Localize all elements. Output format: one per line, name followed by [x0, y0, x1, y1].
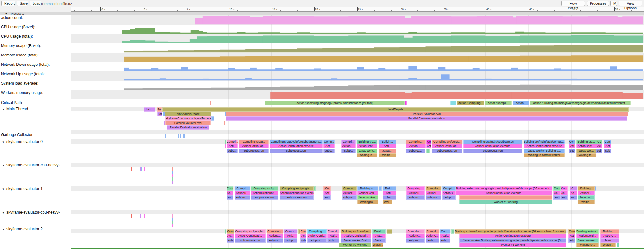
- slice[interactable]: Waitin...: [379, 153, 397, 157]
- slice[interactable]: action 'Building src/main/java/com/googl…: [530, 101, 631, 105]
- slice[interactable]: Compiling src/google...: [280, 186, 314, 191]
- slice[interactable]: ActionC...: [426, 234, 439, 238]
- slice[interactable]: subp...: [227, 149, 238, 153]
- slice[interactable]: sub: [604, 149, 611, 153]
- slice[interactable]: action...: [513, 101, 529, 105]
- slice[interactable]: Parallel Evaluator evaluation: [226, 116, 627, 121]
- slice[interactable]: [225, 140, 226, 144]
- slice[interactable]: Building src...: [576, 140, 596, 144]
- slice[interactable]: skyframeExecutor.configureTargets: [165, 116, 211, 121]
- slice[interactable]: subp...: [284, 238, 297, 243]
- slice[interactable]: [617, 243, 619, 247]
- slice[interactable]: Ac...: [561, 191, 568, 195]
- slice[interactable]: ActionC...: [342, 191, 357, 195]
- slice[interactable]: Com: [227, 229, 234, 234]
- slice[interactable]: ActionContinuati...: [239, 144, 269, 148]
- slice[interactable]: Com: [227, 186, 233, 191]
- slice[interactable]: Javac worker Building s...: [524, 149, 565, 153]
- slice[interactable]: Waiting to borrow worker: [524, 153, 565, 157]
- slice[interactable]: subprocess.run: [270, 149, 323, 153]
- slice[interactable]: Acti...: [227, 144, 238, 148]
- slice[interactable]: Waiting to...: [576, 153, 596, 157]
- slice[interactable]: subproc...: [235, 195, 250, 200]
- slice[interactable]: ParallelEvaluator.eval: [226, 112, 628, 116]
- processes-button[interactable]: Processes: [587, 1, 609, 6]
- slice[interactable]: subproc...: [406, 238, 425, 243]
- slice[interactable]: Compilin...: [426, 186, 441, 191]
- event-tick[interactable]: [165, 134, 166, 138]
- slice[interactable]: ActionC...: [442, 191, 456, 195]
- slice[interactable]: ActionConti...: [576, 144, 596, 148]
- slice[interactable]: ActionContinuation.execute: [463, 144, 523, 148]
- slice[interactable]: Act: [300, 234, 306, 238]
- slice[interactable]: runAnalysisPhase: [165, 112, 211, 116]
- slice[interactable]: Compiling src/google...: [235, 229, 266, 234]
- save-button[interactable]: Save: [17, 1, 28, 6]
- slice[interactable]: Worker #7 working: [339, 243, 371, 247]
- slice[interactable]: Com: [569, 140, 575, 144]
- slice[interactable]: Javac ...: [600, 238, 619, 243]
- slice[interactable]: Act: [596, 144, 602, 148]
- slice[interactable]: [426, 149, 430, 153]
- slice[interactable]: Building external/com_google_protobuf/ja…: [456, 186, 552, 191]
- slice[interactable]: [209, 101, 210, 105]
- slice[interactable]: Compilin...: [406, 140, 426, 144]
- slice[interactable]: Compiling src/google/protobuf/genera...: [270, 140, 323, 144]
- slice[interactable]: ActionConti...: [357, 144, 377, 148]
- slice[interactable]: Waiting to...: [576, 243, 599, 247]
- view-options-button[interactable]: View Options: [619, 1, 642, 6]
- slice[interactable]: Ac...: [570, 191, 577, 195]
- slice[interactable]: [459, 195, 552, 200]
- slice[interactable]: ActionConti...: [357, 191, 378, 195]
- slice[interactable]: Compili...: [342, 186, 357, 191]
- slice[interactable]: Compiling src/core/...: [432, 140, 462, 144]
- slice[interactable]: Javac worker...: [576, 238, 599, 243]
- slice[interactable]: Act: [569, 144, 575, 148]
- event-bar-segment[interactable]: [172, 181, 173, 184]
- slice[interactable]: subprocess.run: [239, 149, 269, 153]
- slice[interactable]: Building ...: [600, 229, 619, 234]
- slice[interactable]: ActionConti...: [576, 234, 599, 238]
- slice[interactable]: Com: [553, 186, 560, 191]
- slice[interactable]: subproc...: [307, 238, 327, 243]
- slice[interactable]: Compiling src/g...: [239, 140, 269, 144]
- slice[interactable]: Comp...: [323, 140, 335, 144]
- event-tick[interactable]: [144, 214, 145, 218]
- slice[interactable]: buildTargets: [162, 107, 629, 112]
- slice[interactable]: Com: [300, 229, 306, 234]
- slice[interactable]: Par: [157, 107, 161, 112]
- slice[interactable]: subp...: [323, 149, 335, 153]
- slice[interactable]: Ac...: [227, 234, 234, 238]
- slice[interactable]: Par: [157, 112, 162, 116]
- slice[interactable]: Building s...: [357, 186, 378, 191]
- slice[interactable]: [387, 229, 392, 234]
- metadata-button[interactable]: M: [610, 1, 617, 6]
- slice[interactable]: Building...: [578, 186, 595, 191]
- slice[interactable]: Act: [426, 144, 431, 148]
- slice[interactable]: Buildin...: [379, 140, 397, 144]
- slice[interactable]: ActionContinuati...: [251, 191, 278, 195]
- record-button[interactable]: Record: [1, 1, 15, 6]
- event-tick[interactable]: [184, 134, 185, 138]
- slice[interactable]: ActionContinuati...: [235, 234, 266, 238]
- slice[interactable]: ActionContinuation.execute: [280, 191, 314, 195]
- slice[interactable]: Waiting to...: [357, 153, 377, 157]
- slice[interactable]: Javac wo...: [578, 195, 595, 200]
- slice[interactable]: action 'Compiling src/google/protobuf/de…: [265, 101, 404, 105]
- event-tick[interactable]: [182, 134, 182, 138]
- slice[interactable]: subprocess.run: [235, 238, 266, 243]
- slice[interactable]: Java...: [372, 238, 386, 243]
- slice[interactable]: ActionContinuati...: [341, 234, 371, 238]
- slice[interactable]: Acti...: [284, 234, 297, 238]
- slice[interactable]: ActionC...: [406, 144, 426, 148]
- slice[interactable]: subp...: [341, 149, 356, 153]
- event-bar-segment[interactable]: [172, 221, 173, 224]
- slice[interactable]: Act: [568, 234, 576, 238]
- slice[interactable]: subp...: [426, 238, 439, 243]
- slice[interactable]: sub: [568, 238, 576, 243]
- slice[interactable]: Acti...: [440, 234, 450, 238]
- slice[interactable]: subproc...: [267, 238, 284, 243]
- slice[interactable]: Act: [323, 191, 330, 195]
- slice[interactable]: su...: [570, 195, 577, 200]
- event-bar-segment[interactable]: [172, 214, 173, 218]
